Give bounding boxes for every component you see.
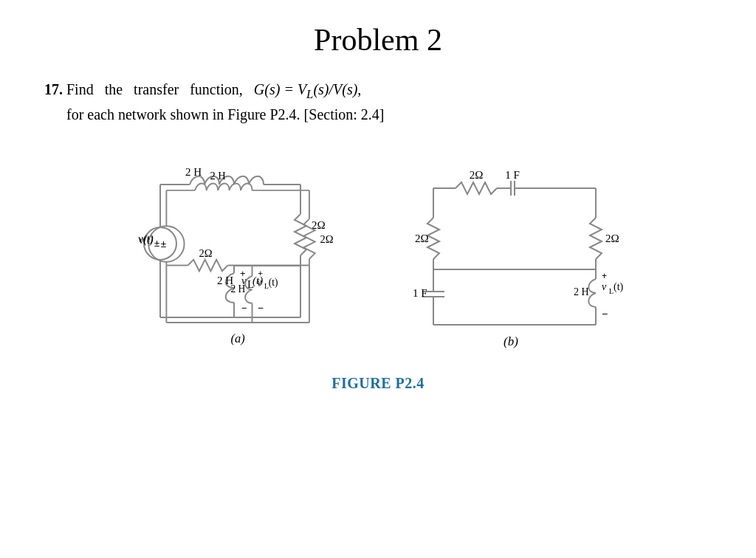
svg-text:(a): (a)	[231, 331, 245, 345]
figure-caption: FIGURE P2.4	[331, 375, 425, 392]
svg-text:(b): (b)	[504, 334, 518, 348]
svg-text:2 H: 2 H	[230, 283, 245, 294]
svg-text:v(t): v(t)	[140, 235, 154, 247]
circuit-b-svg: 2Ω 1 F 2Ω	[396, 148, 625, 362]
figure-area: 2 H 2Ω	[44, 148, 712, 392]
svg-text:+: +	[602, 271, 607, 281]
problem-number: 17.	[44, 81, 63, 97]
svg-text:(t): (t)	[614, 281, 624, 293]
svg-text:2Ω: 2Ω	[605, 232, 619, 244]
svg-text:1 F: 1 F	[413, 287, 427, 299]
svg-point-34	[148, 226, 184, 261]
svg-text:±: ±	[161, 238, 166, 249]
svg-text:(t): (t)	[269, 277, 278, 289]
circuit-a-diagram: 2 H 2Ω 2Ω ± v	[131, 148, 352, 362]
svg-text:2 H: 2 H	[210, 170, 226, 182]
math-expression: G(s) = VL(s)/V(s),	[254, 81, 362, 97]
svg-text:2Ω: 2Ω	[199, 247, 213, 259]
svg-text:v: v	[602, 281, 607, 292]
svg-text:2Ω: 2Ω	[320, 233, 333, 245]
circuits-row: 2 H 2Ω	[131, 148, 625, 362]
svg-text:−: −	[602, 308, 608, 320]
page-title: Problem 2	[314, 22, 442, 58]
page: Problem 2 17. Find the transfer function…	[0, 0, 756, 558]
svg-text:2Ω: 2Ω	[470, 169, 484, 181]
problem-statement: 17. Find the transfer function, G(s) = V…	[44, 78, 712, 125]
circuit-a: 2 H 2Ω	[131, 148, 352, 362]
svg-text:2Ω: 2Ω	[415, 232, 429, 244]
svg-text:1 F: 1 F	[505, 169, 520, 181]
svg-text:−: −	[258, 303, 264, 314]
circuit-b: 2Ω 1 F 2Ω	[396, 148, 625, 362]
svg-text:v: v	[257, 277, 261, 288]
svg-text:2 H: 2 H	[574, 286, 589, 297]
